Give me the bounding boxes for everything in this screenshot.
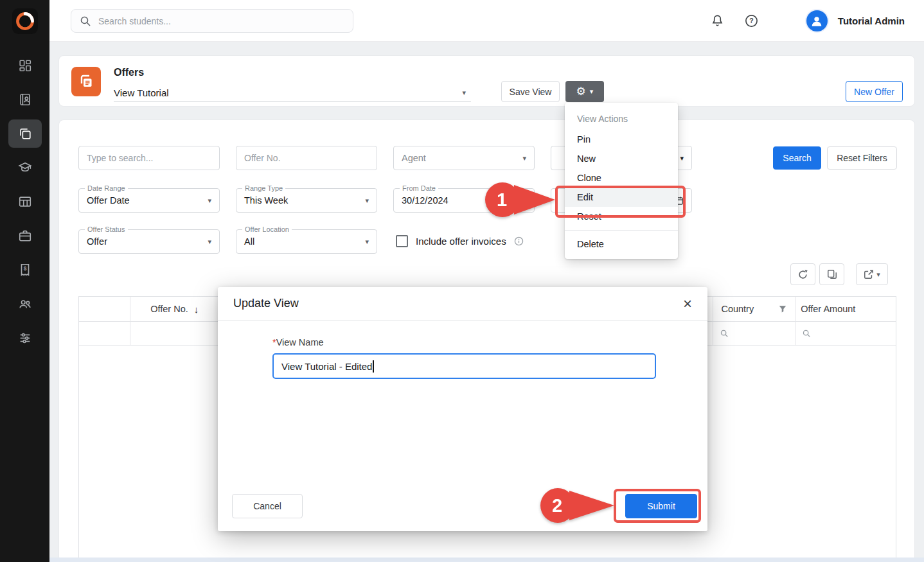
menu-divider	[565, 230, 678, 231]
menu-title: View Actions	[565, 108, 678, 130]
from-date-field[interactable]: From Date 30/12/2024	[393, 188, 535, 213]
offer-no-filter-field[interactable]	[236, 146, 377, 170]
country-column-label: Country	[721, 304, 754, 314]
include-invoices-row: Include offer invoices	[396, 229, 524, 253]
page-header-card: Offers View Tutorial ▾ Save View ⚙ ▾ New…	[58, 55, 915, 107]
view-name-input[interactable]: View Tutorial - Edited	[272, 353, 656, 379]
gear-icon: ⚙	[576, 86, 586, 97]
range-type-select[interactable]: Range Type This Week ▾	[236, 188, 377, 213]
notifications-button[interactable]	[710, 13, 725, 28]
menu-item-clone[interactable]: Clone	[565, 168, 678, 188]
offer-status-select[interactable]: Offer Status Offer ▾	[78, 229, 220, 254]
export-button[interactable]: ▾	[856, 263, 888, 285]
view-name-label-text: View Name	[276, 337, 324, 347]
submit-button[interactable]: Submit	[625, 494, 697, 518]
offer-location-select[interactable]: Offer Location All ▾	[236, 229, 377, 254]
avatar[interactable]	[805, 9, 829, 33]
agents-icon	[18, 297, 32, 311]
offer-no-input[interactable]	[244, 153, 369, 163]
chevron-down-icon: ▾	[462, 89, 466, 97]
offer-status-value: Offer	[87, 236, 107, 247]
filter-cell-empty	[79, 322, 130, 345]
help-icon: ?	[744, 13, 759, 28]
new-offer-button[interactable]: New Offer	[846, 81, 903, 102]
menu-item-delete[interactable]: Delete	[565, 234, 678, 254]
view-actions-menu: View Actions Pin New Clone Edit Reset De…	[565, 103, 678, 259]
filter-cell-offer-amount[interactable]	[795, 322, 896, 345]
text-cursor	[373, 360, 374, 373]
menu-item-reset[interactable]: Reset	[565, 207, 678, 226]
sidebar-item-offers[interactable]	[8, 119, 42, 148]
date-range-select[interactable]: Date Range Offer Date ▾	[78, 188, 220, 213]
svg-text:?: ?	[749, 17, 753, 24]
modal-header: Update View ×	[218, 287, 707, 321]
refresh-button[interactable]	[790, 263, 815, 285]
app-root: $	[0, 0, 924, 562]
view-name-input-value: View Tutorial - Edited	[281, 361, 372, 372]
offer-location-label: Offer Location	[242, 225, 292, 233]
chevron-down-icon: ▾	[365, 238, 369, 246]
bell-icon	[710, 13, 725, 28]
contacts-icon	[18, 92, 32, 107]
sidebar-item-invoices[interactable]: $	[8, 256, 42, 284]
update-view-modal: Update View × *View Name View Tutorial -…	[218, 287, 707, 531]
date-range-label: Date Range	[85, 184, 128, 192]
chevron-down-icon: ▾	[522, 154, 526, 162]
cancel-button[interactable]: Cancel	[232, 494, 303, 518]
include-invoices-checkbox[interactable]	[396, 235, 408, 247]
copy-icon	[827, 269, 837, 279]
courses-icon	[18, 161, 32, 175]
view-actions-button[interactable]: ⚙ ▾	[565, 81, 604, 102]
page-title: Offers	[114, 67, 144, 78]
sidebar-item-services[interactable]	[8, 222, 42, 250]
country-column-header[interactable]: Country	[713, 297, 795, 321]
export-icon	[864, 269, 874, 279]
table-icon	[18, 195, 32, 209]
table-toolbar: ▾	[790, 263, 888, 285]
services-icon	[18, 229, 32, 243]
search-input[interactable]	[98, 16, 344, 26]
app-logo[interactable]	[0, 0, 49, 42]
sidebar-item-dashboard[interactable]	[8, 51, 42, 80]
sidebar-item-courses[interactable]	[8, 154, 42, 182]
global-search[interactable]	[71, 9, 353, 33]
chevron-down-icon: ▾	[590, 87, 594, 96]
close-icon[interactable]: ×	[683, 296, 692, 312]
offer-amount-column-label: Offer Amount	[801, 304, 855, 314]
offer-no-column-label: Offer No.	[150, 304, 188, 314]
agent-select[interactable]: Agent ▾	[393, 146, 535, 170]
offer-no-column-header[interactable]: Offer No. ↓	[130, 297, 220, 321]
user-icon	[810, 14, 824, 28]
menu-item-pin[interactable]: Pin	[565, 130, 678, 149]
filter-funnel-icon[interactable]	[778, 304, 787, 313]
offer-amount-column-header[interactable]: Offer Amount	[795, 297, 896, 321]
save-view-button[interactable]: Save View	[501, 81, 560, 102]
sort-descending-icon[interactable]: ↓	[194, 304, 199, 315]
help-button[interactable]: ?	[744, 13, 759, 28]
offers-module-icon	[71, 67, 101, 96]
menu-item-edit[interactable]: Edit	[565, 188, 678, 207]
view-name-label: *View Name	[272, 337, 324, 347]
sidebar-nav: $	[0, 42, 49, 352]
search-button[interactable]: Search	[773, 146, 821, 170]
offers-stack-icon	[77, 73, 95, 91]
copy-button[interactable]	[819, 263, 844, 285]
range-type-value: This Week	[244, 195, 288, 206]
from-date-label: From Date	[400, 184, 438, 192]
sidebar-item-preferences[interactable]	[8, 324, 42, 352]
reset-filters-button[interactable]: Reset Filters	[827, 146, 897, 170]
sidebar-item-agents[interactable]	[8, 290, 42, 318]
horizontal-scrollbar[interactable]	[49, 558, 924, 562]
sidebar-item-contacts[interactable]	[8, 85, 42, 114]
filter-cell-offer-no[interactable]	[130, 322, 220, 345]
search-icon	[80, 15, 91, 27]
sidebar-item-tables[interactable]	[8, 188, 42, 216]
select-column-header	[79, 297, 130, 321]
filter-cell-country[interactable]	[713, 322, 795, 345]
keyword-filter-field[interactable]	[78, 146, 220, 170]
view-selector[interactable]: View Tutorial ▾	[114, 84, 471, 102]
dashboard-icon	[18, 58, 32, 73]
keyword-input[interactable]	[87, 153, 211, 163]
modal-title: Update View	[233, 297, 299, 310]
menu-item-new[interactable]: New	[565, 149, 678, 168]
